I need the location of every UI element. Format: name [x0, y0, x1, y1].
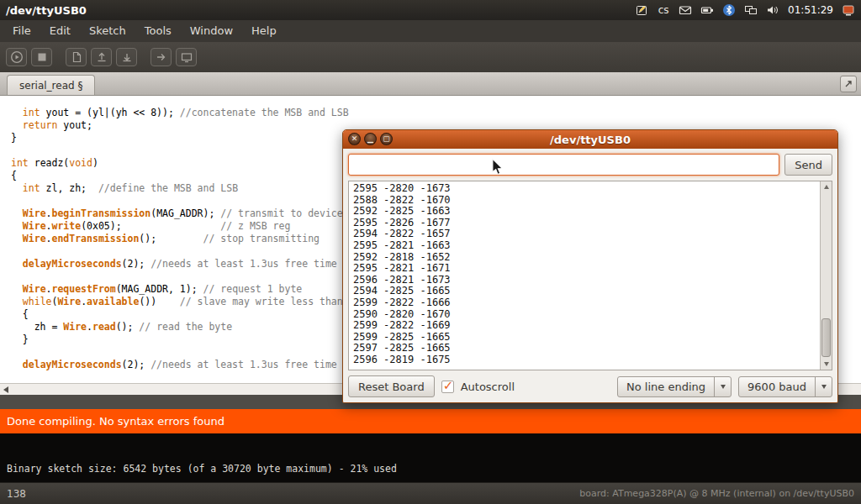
- serial-line: 2599 -2822 -1669: [353, 320, 818, 332]
- new-file-icon: [70, 50, 83, 64]
- serial-line: 2592 -2825 -1663: [353, 206, 818, 218]
- save-icon: [120, 50, 134, 64]
- serial-line: 2590 -2820 -1670: [353, 309, 818, 321]
- bluetooth-icon[interactable]: [722, 3, 736, 17]
- serial-line: 2595 -2821 -1671: [353, 263, 818, 275]
- volume-icon[interactable]: [766, 3, 779, 17]
- compile-status-message: Done compiling. No syntax errors found: [7, 415, 224, 428]
- upload-button[interactable]: [151, 48, 172, 66]
- serial-line: 2592 -2818 -1652: [353, 252, 818, 264]
- serial-output: 2595 -2820 -16732588 -2822 -16702592 -28…: [353, 183, 818, 370]
- serial-line: 2594 -2822 -1657: [353, 228, 818, 240]
- compile-status-bar: Done compiling. No syntax errors found: [0, 409, 861, 433]
- dialog-titlebar[interactable]: ✕ ▁ ▢ /dev/ttyUSB0: [343, 130, 837, 149]
- send-button[interactable]: Send: [784, 154, 832, 176]
- scrollbar-thumb[interactable]: [821, 318, 831, 357]
- scroll-down-icon[interactable]: [821, 359, 832, 370]
- menu-item-edit[interactable]: Edit: [40, 20, 80, 42]
- tab-label: serial_read §: [19, 80, 82, 92]
- tab-serial-read[interactable]: serial_read §: [7, 75, 95, 95]
- serial-monitor-icon: [180, 50, 193, 64]
- upload-icon: [155, 50, 168, 64]
- baud-rate-value: 9600 baud: [739, 381, 815, 393]
- menu-item-file[interactable]: File: [3, 20, 40, 42]
- verify-icon: [10, 50, 24, 64]
- window-title: /dev/ttyUSB0: [6, 4, 87, 17]
- serial-scrollbar[interactable]: [820, 181, 832, 370]
- save-button[interactable]: [116, 48, 137, 66]
- mail-icon[interactable]: [679, 3, 692, 17]
- tab-bar: serial_read §: [0, 72, 861, 96]
- keyboard-layout-indicator[interactable]: cs: [657, 3, 670, 17]
- toolbar: [0, 42, 861, 72]
- system-tray: cs 01:51:29: [635, 3, 855, 17]
- open-icon: [95, 50, 108, 64]
- text-entry-icon[interactable]: [635, 3, 648, 17]
- stop-button[interactable]: [31, 48, 52, 66]
- verify-button[interactable]: [6, 48, 27, 66]
- autoscroll-label: Autoscroll: [461, 381, 515, 393]
- desktop: /dev/ttyUSB0 cs 01:51:29: [0, 0, 861, 504]
- serial-line: 2597 -2825 -1665: [353, 343, 818, 354]
- line-ending-select[interactable]: No line ending: [617, 376, 732, 397]
- send-row: Send: [348, 154, 832, 176]
- open-button[interactable]: [91, 48, 112, 66]
- console-text: Binary sketch size: 6542 bytes (of a 307…: [7, 463, 397, 475]
- serial-monitor-button[interactable]: [176, 48, 197, 66]
- reset-board-button[interactable]: Reset Board: [348, 375, 435, 397]
- tab-menu-button[interactable]: [840, 76, 857, 92]
- session-menu-icon[interactable]: [842, 3, 855, 17]
- menu-bar: FileEditSketchToolsWindowHelp: [0, 20, 861, 42]
- mouse-cursor: [491, 159, 506, 176]
- menu-item-help[interactable]: Help: [242, 20, 286, 42]
- serial-line: 2588 -2822 -1670: [353, 195, 818, 207]
- stop-icon: [35, 50, 49, 64]
- chevron-down-icon: [815, 377, 832, 396]
- dialog-body: Send 2595 -2820 -16732588 -2822 -1670259…: [343, 149, 837, 402]
- status-footer: 138 board: ATmega328P(A) @ 8 MHz (intern…: [0, 482, 861, 504]
- network-icon[interactable]: [744, 3, 758, 17]
- serial-output-area[interactable]: 2595 -2820 -16732588 -2822 -16702592 -28…: [348, 181, 832, 370]
- serial-line: 2599 -2825 -1665: [353, 332, 818, 344]
- serial-controls: Reset Board Autoscroll No line ending 96…: [348, 375, 832, 397]
- serial-input[interactable]: [348, 154, 779, 176]
- baud-rate-select[interactable]: 9600 baud: [738, 376, 832, 397]
- scroll-left-icon[interactable]: [3, 386, 8, 393]
- chevron-down-icon: [714, 377, 731, 396]
- menu-item-window[interactable]: Window: [181, 20, 242, 42]
- scroll-up-icon[interactable]: [821, 181, 832, 192]
- new-sketch-button[interactable]: [66, 48, 87, 66]
- clock[interactable]: 01:51:29: [788, 3, 833, 17]
- line-number-indicator: 138: [7, 488, 26, 500]
- line-ending-value: No line ending: [618, 381, 714, 393]
- serial-line: 2596 -2821 -1673: [353, 275, 818, 286]
- serial-line: 2594 -2825 -1665: [353, 286, 818, 297]
- serial-line: 2599 -2822 -1666: [353, 297, 818, 309]
- code-line: int yout = (yl|(yh << 8)); //concatenate…: [11, 107, 861, 119]
- serial-line: 2596 -2819 -1675: [353, 354, 818, 366]
- autoscroll-checkbox[interactable]: [441, 381, 454, 393]
- dialog-title: /dev/ttyUSB0: [550, 134, 631, 146]
- serial-monitor-window: ✕ ▁ ▢ /dev/ttyUSB0 Send 2595 -2820 -1673…: [342, 129, 838, 403]
- battery-icon[interactable]: [700, 3, 714, 17]
- console-output: Binary sketch size: 6542 bytes (of a 307…: [0, 433, 861, 482]
- maximize-button[interactable]: ▢: [380, 133, 393, 145]
- menu-item-tools[interactable]: Tools: [135, 20, 181, 42]
- serial-line: 2595 -2821 -1663: [353, 240, 818, 252]
- popout-icon: [843, 79, 853, 89]
- close-button[interactable]: ✕: [348, 133, 361, 145]
- menu-item-sketch[interactable]: Sketch: [80, 20, 135, 42]
- top-panel: /dev/ttyUSB0 cs 01:51:29: [0, 0, 861, 20]
- board-info: board: ATmega328P(A) @ 8 MHz (internal) …: [579, 488, 854, 499]
- serial-line: 2595 -2826 -1677: [353, 218, 818, 229]
- window-controls: ✕ ▁ ▢: [348, 133, 393, 145]
- serial-line: 2595 -2820 -1673: [353, 183, 818, 195]
- minimize-button[interactable]: ▁: [364, 133, 377, 145]
